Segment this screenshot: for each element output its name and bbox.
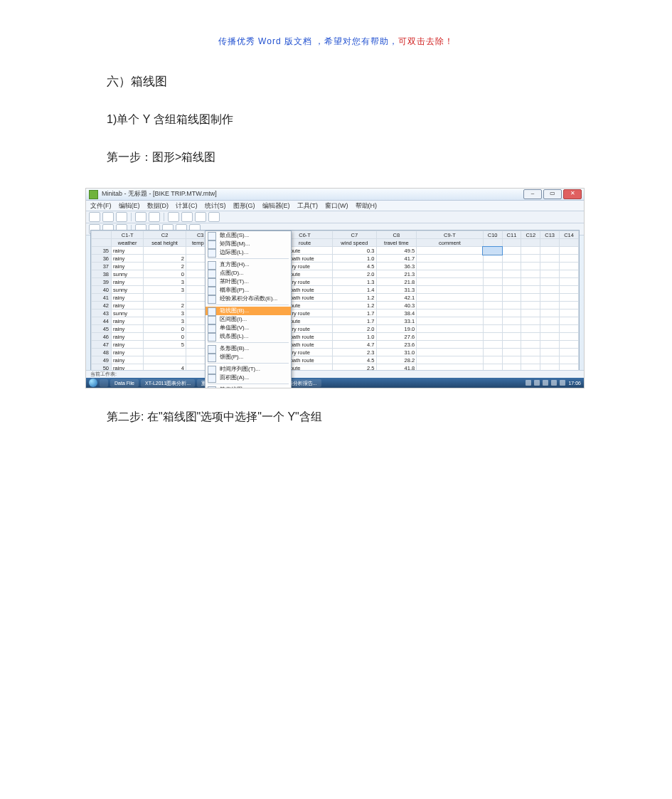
menu-item[interactable]: 经验累积分布函数(E)... [206,295,291,303]
cell[interactable] [417,317,484,325]
cell[interactable] [560,294,579,302]
tray-icon[interactable] [543,380,548,386]
cell[interactable]: 1.2 [333,302,376,309]
tray-icon[interactable] [551,380,557,386]
cell[interactable]: 2.3 [333,349,376,356]
cell[interactable] [540,349,560,356]
row-number[interactable]: 45 [92,325,112,333]
cell[interactable]: 1.2 [333,294,376,302]
row-number[interactable]: 39 [92,278,112,286]
graph-menu-dropdown[interactable]: 散点图(S)...矩阵图(M)...边际图(L)...直方图(H)...点图(D… [205,231,292,388]
column-header[interactable] [540,239,560,247]
cell[interactable] [417,356,484,364]
toolbar-button[interactable] [181,212,193,222]
cell[interactable]: 42.1 [376,294,417,302]
column-id[interactable]: C11 [502,231,521,239]
cell[interactable] [560,263,579,270]
menu-item[interactable]: 工具(T) [297,201,319,211]
cell[interactable] [540,302,560,309]
cell[interactable]: 2.5 [333,364,376,371]
cell[interactable] [540,317,560,325]
cell[interactable]: 1.0 [333,333,376,341]
cell[interactable]: rainy [112,263,144,270]
column-header[interactable]: comment [417,239,484,247]
cell[interactable]: 4 [144,364,186,371]
cell[interactable]: rainy [112,356,144,364]
cell[interactable]: 41.7 [376,255,417,263]
menu-item[interactable]: 条形图(B)... [206,344,291,353]
menu-item[interactable]: 边际图(L)... [206,248,291,257]
column-id[interactable]: C7 [333,231,376,239]
toolbar-button[interactable] [102,212,114,222]
menu-item[interactable]: 图形(G) [233,201,255,211]
column-header[interactable]: travel time [376,239,417,247]
toolbar-button[interactable] [168,212,179,222]
menu-item[interactable]: 等值线图(C)... [206,386,291,388]
cell[interactable] [483,294,502,302]
cell[interactable] [417,278,484,286]
cell[interactable] [483,263,502,270]
cell[interactable]: 19.0 [376,325,417,333]
cell[interactable] [417,349,484,356]
cell[interactable] [540,255,560,263]
menu-item[interactable]: 线条图(L)... [206,332,291,341]
cell[interactable] [521,247,540,255]
cell[interactable] [417,255,484,263]
toolbar-button[interactable] [135,212,146,222]
cell[interactable]: rainy [112,325,144,333]
cell[interactable] [521,294,540,302]
cell[interactable]: rainy [112,255,144,263]
row-number[interactable]: 38 [92,270,112,278]
cell[interactable]: 0 [144,325,186,333]
menu-item[interactable]: 编辑(E) [119,201,140,211]
cell[interactable]: 1.4 [333,286,376,294]
menu-item[interactable]: 区间图(I)... [206,315,291,324]
row-number[interactable]: 40 [92,286,112,294]
cell[interactable] [483,302,502,309]
cell[interactable]: sunny [112,309,144,317]
cell[interactable] [417,333,484,341]
cell[interactable] [560,302,579,309]
cell[interactable]: 21.3 [376,270,417,278]
column-header[interactable]: weather [112,239,144,247]
menu-item[interactable]: 茎叶图(T)... [206,277,291,286]
cell[interactable] [521,302,540,309]
tray-icon[interactable] [526,380,531,386]
cell[interactable]: 41.8 [376,364,417,371]
cell[interactable] [417,270,484,278]
cell[interactable] [521,364,540,371]
toolbar-button[interactable] [208,212,220,222]
column-header[interactable] [560,239,579,247]
row-number[interactable]: 37 [92,263,112,270]
cell[interactable]: rainy [112,341,144,349]
row-number[interactable]: 43 [92,309,112,317]
cell[interactable] [560,325,579,333]
row-number[interactable]: 42 [92,302,112,309]
menu-item[interactable]: 计算(C) [176,201,198,211]
cell[interactable]: rainy [112,247,144,255]
menu-item[interactable]: 散点图(S)... [206,231,291,240]
column-header[interactable] [483,239,502,247]
cell[interactable]: 27.6 [376,333,417,341]
cell[interactable]: 1.0 [333,255,376,263]
menu-item[interactable]: 概率图(P)... [206,286,291,295]
cell[interactable] [560,247,579,255]
cell[interactable] [540,309,560,317]
minimize-button[interactable]: – [523,189,542,199]
taskbar-tab[interactable]: Data File [110,379,139,387]
cell[interactable] [502,302,521,309]
cell[interactable]: 0.3 [333,247,376,255]
cell[interactable]: 28.2 [376,356,417,364]
menu-item[interactable]: 矩阵图(M)... [206,240,291,248]
row-number[interactable]: 48 [92,349,112,356]
cell[interactable] [144,294,186,302]
cell[interactable] [502,317,521,325]
close-button[interactable]: ✕ [563,189,582,199]
cell[interactable]: 1.7 [333,309,376,317]
cell[interactable]: 3 [144,309,186,317]
menu-item[interactable]: 帮助(H) [356,201,378,211]
maximize-button[interactable]: ▭ [543,189,562,199]
cell[interactable]: rainy [112,302,144,309]
cell[interactable]: 2 [144,302,186,309]
start-orb-icon[interactable] [89,379,97,387]
